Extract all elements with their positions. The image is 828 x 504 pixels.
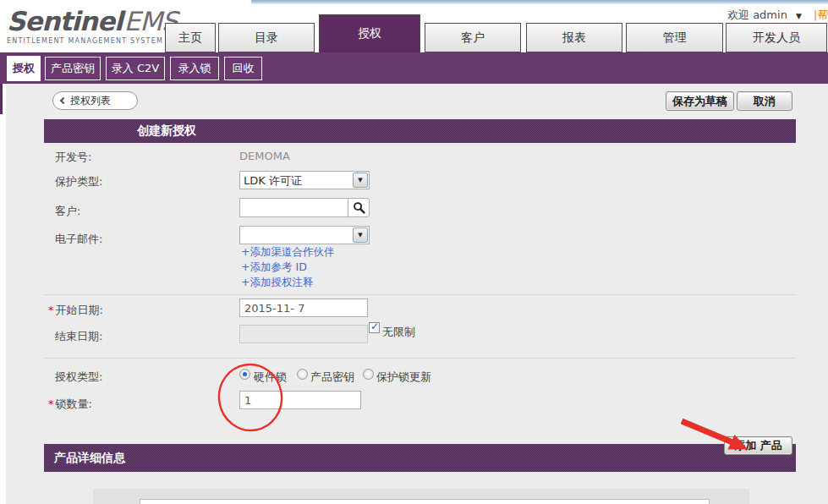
entitlement-type-label: 授权类型: [48, 370, 102, 385]
product-box-cutoff [140, 499, 710, 504]
user-menu-caret-icon[interactable]: ▼ [796, 12, 802, 20]
save-as-draft-button[interactable]: 保存为草稿 [666, 91, 734, 111]
protection-type-value: LDK 许可证 [240, 172, 352, 189]
sentinel-ems-logo: SentinelEMS ENTITLEMENT MANAGEMENT SYSTE… [7, 8, 178, 45]
product-details-header: 产品详细信息 [44, 444, 796, 472]
sentinel-ems-page: SentinelEMS ENTITLEMENT MANAGEMENT SYSTE… [0, 0, 828, 504]
tab-customers[interactable]: 客户 [425, 23, 521, 52]
email-select[interactable]: ▼ [239, 226, 370, 244]
radio-protection-key-update-label[interactable]: 保护锁更新 [376, 370, 431, 385]
add-ref-id-link[interactable]: +添加参考 ID [241, 260, 307, 275]
tab-home[interactable]: 主页 [165, 23, 216, 52]
search-icon [353, 201, 365, 214]
add-channel-partner-link[interactable]: +添加渠道合作伙伴 [241, 245, 334, 260]
tab-developers[interactable]: 开发人员 [726, 23, 827, 52]
welcome-text: 欢迎 admin [727, 8, 787, 21]
protection-type-select[interactable]: LDK 许可证 ▼ [239, 171, 370, 189]
subtab-product-keys[interactable]: 产品密钥 [45, 57, 101, 80]
batch-code-label: 开发号: [48, 150, 91, 165]
subtab-entitlements[interactable]: 授权 [7, 56, 41, 81]
unlimited-checkbox[interactable]: ✓ [369, 322, 380, 333]
email-value [240, 227, 352, 244]
user-welcome-area: 欢迎 admin ▼ |帮助 [727, 8, 828, 23]
back-to-entitlement-list-button[interactable]: 授权列表 [52, 91, 138, 110]
tab-administration[interactable]: 管理 [626, 23, 723, 52]
check-icon: ✓ [370, 320, 379, 332]
radio-product-key[interactable] [297, 369, 308, 380]
unlimited-label: 无限制 [382, 325, 415, 340]
chevron-left-icon [60, 97, 67, 104]
cancel-button[interactable]: 取消 [737, 91, 792, 111]
divider [44, 294, 796, 295]
left-edge-decoration [0, 84, 3, 114]
protection-type-label: 保护类型: [48, 174, 102, 189]
radio-hardware-key-label[interactable]: 硬件锁 [254, 370, 287, 385]
subnav-band: 授权 产品密钥 录入 C2V 录入锁 回收 [0, 52, 828, 84]
browser-edge-strip [251, 0, 828, 4]
customer-search-button[interactable] [348, 198, 370, 217]
tab-catalog[interactable]: 目录 [218, 23, 315, 52]
tab-entitlements[interactable]: 授权 [319, 14, 420, 52]
lock-count-label: *锁数量: [48, 397, 92, 412]
lock-count-input[interactable] [239, 391, 361, 409]
customer-input[interactable] [239, 198, 348, 217]
end-date-input [239, 325, 368, 343]
batch-code-value: DEMOMA [239, 150, 290, 162]
logo-subtitle: ENTITLEMENT MANAGEMENT SYSTEM [7, 37, 178, 45]
radio-protection-key-update[interactable] [363, 369, 374, 380]
radio-product-key-label[interactable]: 产品密钥 [310, 370, 354, 385]
start-date-label: *开始日期: [48, 303, 103, 318]
subtab-revoke[interactable]: 回收 [224, 57, 262, 80]
subtab-checkin-key[interactable]: 录入锁 [170, 57, 219, 80]
start-date-input[interactable] [239, 299, 368, 317]
product-section-title: 产品详细信息 [54, 451, 125, 466]
dropdown-caret-icon[interactable]: ▼ [353, 227, 368, 243]
form-title: 创建新授权 [137, 123, 196, 139]
end-date-label: 结束日期: [48, 329, 102, 344]
logo-text: SentinelEMS [7, 8, 178, 35]
radio-hardware-key[interactable] [239, 369, 250, 380]
back-label: 授权列表 [70, 94, 111, 108]
create-entitlement-header: 创建新授权 [44, 119, 796, 143]
dropdown-caret-icon[interactable]: ▼ [353, 173, 368, 188]
help-link[interactable]: |帮助 [814, 8, 828, 21]
subtab-checkin-c2v[interactable]: 录入 C2V [106, 57, 165, 80]
add-entitlement-remarks-link[interactable]: +添加授权注释 [241, 276, 313, 290]
divider [44, 358, 796, 359]
tab-reports[interactable]: 报表 [526, 23, 622, 52]
add-product-button[interactable]: 添加 产品 [724, 436, 792, 455]
email-label: 电子邮件: [48, 232, 102, 247]
customer-label: 客户: [48, 204, 80, 219]
